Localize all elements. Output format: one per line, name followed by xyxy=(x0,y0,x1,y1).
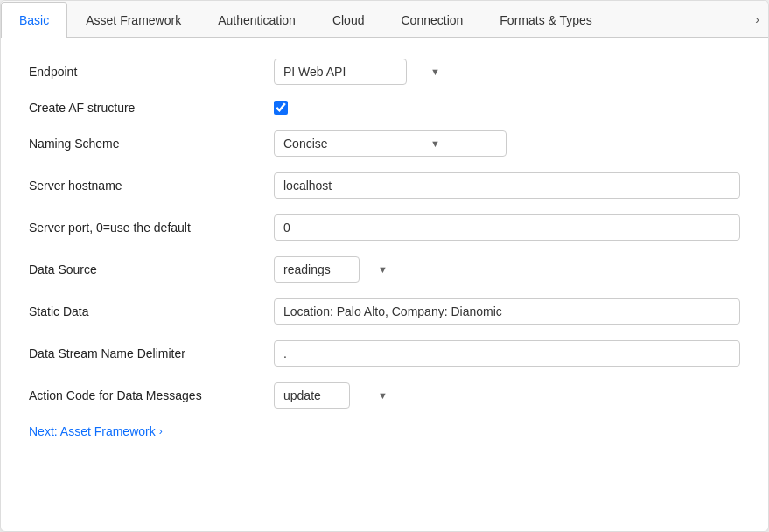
endpoint-control: PI Web API AVEVA Data Hub Edge Data Stor… xyxy=(274,59,740,85)
delimiter-row: Data Stream Name Delimiter xyxy=(29,340,740,367)
delimiter-input[interactable] xyxy=(274,340,740,367)
server-port-label: Server port, 0=use the default xyxy=(29,220,274,234)
tab-authentication[interactable]: Authentication xyxy=(199,2,314,38)
server-hostname-row: Server hostname xyxy=(29,172,740,199)
static-data-control xyxy=(274,298,740,325)
tab-connection[interactable]: Connection xyxy=(382,2,481,38)
naming-scheme-label: Naming Scheme xyxy=(29,136,274,150)
action-code-arrow-icon: ▼ xyxy=(378,390,388,401)
naming-scheme-select[interactable]: Concise Use attribute name Use asset nam… xyxy=(274,130,507,157)
next-link-chevron-icon: › xyxy=(159,425,163,438)
tab-bar: Basic Asset Framework Authentication Clo… xyxy=(1,1,768,38)
create-af-checkbox[interactable] xyxy=(274,101,288,115)
server-hostname-input[interactable] xyxy=(274,172,740,199)
static-data-input[interactable] xyxy=(274,298,740,325)
endpoint-select[interactable]: PI Web API AVEVA Data Hub Edge Data Stor… xyxy=(274,59,407,85)
delimiter-control xyxy=(274,340,740,367)
endpoint-select-arrow-icon: ▼ xyxy=(430,66,440,77)
delimiter-label: Data Stream Name Delimiter xyxy=(29,346,274,360)
server-hostname-label: Server hostname xyxy=(29,178,274,192)
static-data-row: Static Data xyxy=(29,298,740,325)
data-source-select-wrapper: readings statistics audit ▼ xyxy=(274,256,396,283)
endpoint-label: Endpoint xyxy=(29,65,274,79)
data-source-control: readings statistics audit ▼ xyxy=(274,256,740,283)
data-source-select[interactable]: readings statistics audit xyxy=(274,256,360,283)
next-link-label: Next: Asset Framework xyxy=(29,424,156,438)
data-source-row: Data Source readings statistics audit ▼ xyxy=(29,256,740,283)
action-code-control: update insert create ▼ xyxy=(274,382,740,409)
create-af-row: Create AF structure xyxy=(29,101,740,115)
server-hostname-control xyxy=(274,172,740,199)
server-port-input[interactable] xyxy=(274,214,740,241)
tab-basic[interactable]: Basic xyxy=(1,2,67,38)
server-port-row: Server port, 0=use the default xyxy=(29,214,740,241)
action-code-row: Action Code for Data Messages update ins… xyxy=(29,382,740,409)
data-source-arrow-icon: ▼ xyxy=(378,264,388,275)
endpoint-row: Endpoint PI Web API AVEVA Data Hub Edge … xyxy=(29,59,740,85)
action-code-label: Action Code for Data Messages xyxy=(29,388,274,402)
form-body: Endpoint PI Web API AVEVA Data Hub Edge … xyxy=(1,38,768,459)
tab-formats-types[interactable]: Formats & Types xyxy=(481,2,611,38)
action-code-select[interactable]: update insert create xyxy=(274,382,350,409)
tab-cloud[interactable]: Cloud xyxy=(314,2,383,38)
naming-scheme-control: Concise Use attribute name Use asset nam… xyxy=(274,130,740,157)
naming-scheme-select-wrapper: Concise Use attribute name Use asset nam… xyxy=(274,130,449,157)
tab-asset-framework[interactable]: Asset Framework xyxy=(67,2,199,38)
server-port-control xyxy=(274,214,740,241)
action-code-select-wrapper: update insert create ▼ xyxy=(274,382,396,409)
endpoint-select-wrapper: PI Web API AVEVA Data Hub Edge Data Stor… xyxy=(274,59,449,85)
data-source-label: Data Source xyxy=(29,262,274,276)
create-af-label: Create AF structure xyxy=(29,101,274,115)
naming-scheme-row: Naming Scheme Concise Use attribute name… xyxy=(29,130,740,157)
main-container: Basic Asset Framework Authentication Clo… xyxy=(0,0,769,532)
more-tabs-button[interactable]: › xyxy=(746,1,768,37)
static-data-label: Static Data xyxy=(29,304,274,318)
next-asset-framework-link[interactable]: Next: Asset Framework › xyxy=(29,424,740,438)
create-af-control xyxy=(274,101,740,115)
